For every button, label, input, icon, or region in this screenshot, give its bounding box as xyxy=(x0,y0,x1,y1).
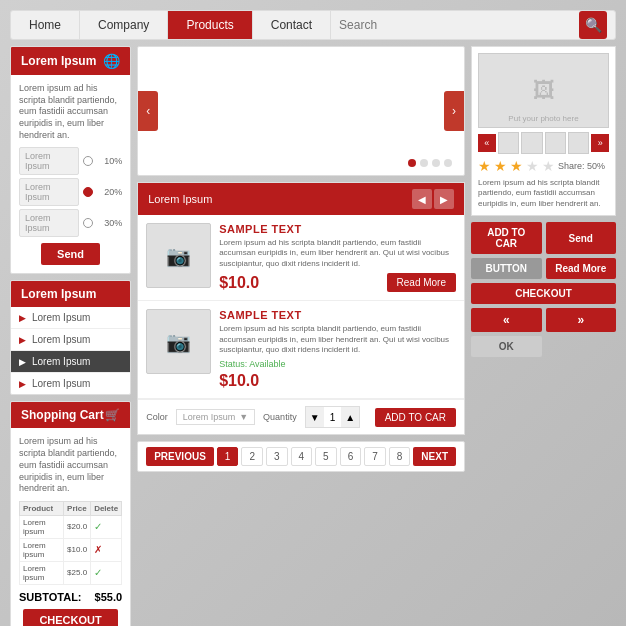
cart-checkout-button[interactable]: CHECKOUT xyxy=(23,609,117,626)
check-3[interactable]: ✓ xyxy=(94,567,102,578)
form-row-2: Lorem Ipsum 20% xyxy=(19,178,122,206)
product-title-1: SAMPLE TEXT xyxy=(219,223,456,235)
search-icon: 🔍 xyxy=(585,17,602,33)
qty-control: ▼ 1 ▲ xyxy=(305,406,361,428)
thumb-1[interactable] xyxy=(498,132,519,154)
product-price-row-1: $10.0 Read More xyxy=(219,273,456,292)
nav-contact[interactable]: Contact xyxy=(253,11,331,39)
cart-col-product: Product xyxy=(20,501,64,515)
nav-next-button[interactable]: » xyxy=(546,308,617,332)
action-buttons: ADD TO CAR Send BUTTON Read More CHECKOU… xyxy=(471,222,616,357)
nav-products[interactable]: Products xyxy=(168,11,252,39)
arrow-icon-2: ▶ xyxy=(19,335,26,345)
check-1[interactable]: ✓ xyxy=(94,521,102,532)
thumb-next[interactable]: » xyxy=(591,134,609,152)
menu-item-1[interactable]: ▶ Lorem Ipsum xyxy=(11,307,130,329)
dot-4[interactable] xyxy=(444,159,452,167)
form-row-3: Lorem Ipsum 30% xyxy=(19,209,122,237)
cart-row-1: Lorem ipsum $20.0 ✓ xyxy=(20,515,122,538)
check-2[interactable]: ✗ xyxy=(94,544,102,555)
next-page-button[interactable]: NEXT xyxy=(413,447,456,466)
page-5[interactable]: 5 xyxy=(315,447,337,466)
radio-1[interactable] xyxy=(83,156,93,166)
product-nav-prev[interactable]: ◀ xyxy=(412,189,432,209)
percent-3: 30% xyxy=(97,218,122,228)
photo-panel: 🖼 Put your photo here « » ★ ★ ★ ★ ★ xyxy=(471,46,616,216)
ok-button[interactable]: OK xyxy=(471,336,542,357)
thumb-prev[interactable]: « xyxy=(478,134,496,152)
button-action[interactable]: BUTTON xyxy=(471,258,542,279)
form-card-desc: Lorem ipsum ad his scripta blandit parti… xyxy=(19,83,122,141)
star-4: ★ xyxy=(526,158,539,174)
cart-desc: Lorem ipsum ad his scripta blandit parti… xyxy=(19,436,122,494)
qty-increase[interactable]: ▲ xyxy=(341,407,359,427)
cart-col-delete: Delete xyxy=(91,501,122,515)
form-row-1: Lorem Ipsum 10% xyxy=(19,147,122,175)
cart-icon: 🛒 xyxy=(105,408,120,422)
dot-1[interactable] xyxy=(408,159,416,167)
cart-row-2: Lorem ipsum $10.0 ✗ xyxy=(20,538,122,561)
page-7[interactable]: 7 xyxy=(364,447,386,466)
menu-card-header: Lorem Ipsum xyxy=(11,281,130,307)
add-to-car-button[interactable]: ADD TO CAR xyxy=(471,222,542,254)
form-field-2[interactable]: Lorem Ipsum xyxy=(19,178,79,206)
page-6[interactable]: 6 xyxy=(340,447,362,466)
dot-3[interactable] xyxy=(432,159,440,167)
checkout-action-button[interactable]: CHECKOUT xyxy=(471,283,616,304)
slider-prev[interactable]: ‹ xyxy=(138,91,158,131)
pagination: PREVIOUS 1 2 3 4 5 6 7 8 NEXT xyxy=(137,441,465,472)
arrow-icon-3: ▶ xyxy=(19,357,26,367)
product-price-row-2: $10.0 xyxy=(219,372,456,390)
nav-prev-button[interactable]: « xyxy=(471,308,542,332)
read-more-action-button[interactable]: Read More xyxy=(546,258,617,279)
menu-card-title: Lorem Ipsum xyxy=(21,287,96,301)
page-1[interactable]: 1 xyxy=(217,447,239,466)
slider-next[interactable]: › xyxy=(444,91,464,131)
arrow-icon-4: ▶ xyxy=(19,379,26,389)
share-text: Share: 50% xyxy=(558,161,605,171)
menu-item-4[interactable]: ▶ Lorem Ipsum xyxy=(11,373,130,394)
star-2: ★ xyxy=(494,158,507,174)
menu-list: ▶ Lorem Ipsum ▶ Lorem Ipsum ▶ Lorem Ipsu… xyxy=(11,307,130,394)
product-price-2: $10.0 xyxy=(219,372,259,390)
search-input[interactable] xyxy=(339,18,575,32)
product-nav-next[interactable]: ▶ xyxy=(434,189,454,209)
nav-home[interactable]: Home xyxy=(11,11,80,39)
menu-item-3[interactable]: ▶ Lorem Ipsum xyxy=(11,351,130,373)
subtotal-label: SUBTOTAL: xyxy=(19,591,82,603)
add-to-cart-button[interactable]: ADD TO CAR xyxy=(375,408,456,427)
page-3[interactable]: 3 xyxy=(266,447,288,466)
form-field-1[interactable]: Lorem Ipsum xyxy=(19,147,79,175)
dot-2[interactable] xyxy=(420,159,428,167)
product-thumb-2: 📷 xyxy=(146,309,211,374)
radio-3[interactable] xyxy=(83,218,93,228)
search-button[interactable]: 🔍 xyxy=(579,11,607,39)
shopping-cart-card: Shopping Cart 🛒 Lorem ipsum ad his scrip… xyxy=(10,401,131,626)
qty-decrease[interactable]: ▼ xyxy=(306,407,324,427)
thumb-3[interactable] xyxy=(545,132,566,154)
menu-item-2[interactable]: ▶ Lorem Ipsum xyxy=(11,329,130,351)
subtotal-value: $55.0 xyxy=(95,591,123,603)
color-select[interactable]: Lorem Ipsum ▼ xyxy=(176,409,255,425)
page-8[interactable]: 8 xyxy=(389,447,411,466)
form-field-3[interactable]: Lorem Ipsum xyxy=(19,209,79,237)
nav-company[interactable]: Company xyxy=(80,11,168,39)
thumb-4[interactable] xyxy=(568,132,589,154)
page-4[interactable]: 4 xyxy=(291,447,313,466)
slider-dots xyxy=(408,159,452,167)
qty-label: Quantity xyxy=(263,412,297,422)
product-info-1: SAMPLE TEXT Lorem ipsum ad his scripta b… xyxy=(219,223,456,292)
product-desc-2: Lorem ipsum ad his scripta blandit parti… xyxy=(219,324,456,355)
cart-title: Shopping Cart xyxy=(21,408,104,422)
radio-2[interactable] xyxy=(83,187,93,197)
prev-page-button[interactable]: PREVIOUS xyxy=(146,447,214,466)
percent-1: 10% xyxy=(97,156,122,166)
product-info-2: SAMPLE TEXT Lorem ipsum ad his scripta b… xyxy=(219,309,456,390)
page-2[interactable]: 2 xyxy=(241,447,263,466)
product-status-2: Status: Available xyxy=(219,359,456,369)
send-button[interactable]: Send xyxy=(41,243,100,265)
send-action-button[interactable]: Send xyxy=(546,222,617,254)
thumb-2[interactable] xyxy=(521,132,542,154)
read-more-button-1[interactable]: Read More xyxy=(387,273,456,292)
color-qty-row: Color Lorem Ipsum ▼ Quantity ▼ 1 ▲ ADD T… xyxy=(138,399,464,434)
